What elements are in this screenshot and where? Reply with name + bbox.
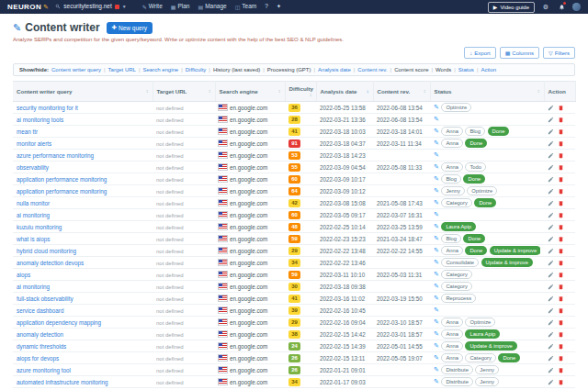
edit-pencil-icon[interactable] — [548, 176, 554, 183]
add-status-icon[interactable]: ✎ — [434, 211, 439, 218]
menu-item-manage[interactable]: ▤Manage — [198, 4, 226, 10]
project-search[interactable]: securitytesting.net ▼ — [55, 4, 126, 11]
edit-pencil-icon[interactable] — [548, 307, 554, 314]
edit-pencil-icon[interactable] — [548, 248, 554, 254]
query-link[interactable]: observability — [17, 164, 49, 171]
query-link[interactable]: monitor alerts — [17, 140, 51, 147]
delete-trash-icon[interactable] — [558, 248, 564, 254]
add-status-icon[interactable]: ✎ — [434, 199, 439, 206]
col-header-target-url[interactable]: Target URL↕ — [153, 82, 215, 102]
showhide-link-words[interactable]: Words — [435, 67, 451, 72]
add-status-icon[interactable]: ✎ — [434, 366, 439, 373]
showhide-link-difficulty[interactable]: Difficulty — [186, 67, 207, 72]
col-header-action[interactable]: Action — [544, 82, 575, 102]
query-link[interactable]: application dependency mapping — [17, 319, 101, 326]
notifications-bell-icon[interactable] — [557, 4, 566, 11]
edit-pencil-icon[interactable] — [548, 188, 554, 195]
add-status-icon[interactable]: ✎ — [434, 354, 439, 362]
add-status-icon[interactable]: ✎ — [434, 116, 439, 123]
settings-gear-icon[interactable]: ⚙ — [541, 4, 550, 10]
add-status-icon[interactable]: ✎ — [434, 378, 439, 385]
delete-trash-icon[interactable] — [558, 140, 564, 147]
add-status-icon[interactable]: ✎ — [434, 151, 439, 159]
delete-trash-icon[interactable] — [558, 295, 564, 302]
add-status-icon[interactable]: ✎ — [434, 271, 439, 278]
delete-trash-icon[interactable] — [558, 272, 564, 278]
add-status-icon[interactable]: ✎ — [434, 104, 439, 111]
edit-pencil-icon[interactable] — [548, 367, 554, 373]
add-status-icon[interactable]: ✎ — [434, 139, 439, 147]
showhide-link-status[interactable]: Status — [458, 67, 474, 72]
add-status-icon[interactable]: ✎ — [434, 247, 439, 254]
query-link[interactable]: application performance monitoring — [17, 176, 107, 183]
query-link[interactable]: anomaly detection devops — [17, 260, 84, 266]
query-link[interactable]: nulla monitor — [17, 200, 50, 206]
add-status-icon[interactable]: ✎ — [434, 306, 439, 314]
user-avatar[interactable] — [572, 3, 581, 11]
edit-pencil-icon[interactable] — [548, 140, 554, 147]
new-query-button[interactable]: ✚ New query — [107, 22, 153, 34]
showhide-link-content-score[interactable]: Content score — [394, 67, 428, 72]
video-guide-button[interactable]: ▶ Video guide — [488, 2, 535, 13]
query-link[interactable]: hybrid cloud monitoring — [17, 248, 76, 254]
showhide-link-target-url[interactable]: Target URL — [108, 67, 136, 72]
menu-item-plan[interactable]: ▦Plan — [171, 4, 190, 10]
query-link[interactable]: kuzulu monitoring — [17, 224, 62, 230]
query-link[interactable]: azure performance monitoring — [17, 152, 94, 159]
delete-trash-icon[interactable] — [558, 284, 564, 290]
query-link[interactable]: aiops — [17, 272, 30, 278]
edit-pencil-icon[interactable] — [548, 272, 554, 278]
delete-trash-icon[interactable] — [558, 152, 564, 159]
col-header-analysis-date[interactable]: Analysis date↓ — [316, 82, 373, 102]
export-button[interactable]: ↓ Export — [464, 47, 495, 59]
edit-pencil-icon[interactable] — [548, 260, 554, 266]
query-link[interactable]: mean ttr — [17, 128, 38, 135]
delete-trash-icon[interactable] — [558, 343, 564, 350]
edit-pencil-icon[interactable] — [548, 128, 554, 135]
query-link[interactable]: automated infrastructure monitoring — [17, 379, 107, 385]
columns-button[interactable]: ▦ Columns — [500, 47, 539, 59]
edit-pencil-icon[interactable] — [548, 379, 554, 385]
delete-trash-icon[interactable] — [558, 236, 564, 242]
query-link[interactable]: dynamic thresholds — [17, 343, 66, 350]
query-link[interactable]: security monitoring for it — [17, 105, 78, 111]
showhide-link-history-last-saved-[interactable]: History (last saved) — [213, 67, 260, 72]
query-link[interactable]: anomaly detection — [17, 331, 63, 338]
col-header-search-engine[interactable]: Search engine↕ — [215, 82, 285, 102]
filters-button[interactable]: ▽ Filters — [543, 47, 575, 59]
edit-pencil-icon[interactable] — [548, 224, 554, 230]
delete-trash-icon[interactable] — [558, 200, 564, 206]
showhide-link-search-engine[interactable]: Search engine — [143, 67, 179, 72]
delete-trash-icon[interactable] — [558, 367, 564, 373]
delete-trash-icon[interactable] — [558, 164, 564, 171]
edit-pencil-icon[interactable] — [548, 236, 554, 242]
add-status-icon[interactable]: ✎ — [434, 295, 439, 302]
showhide-link-action[interactable]: Action — [481, 67, 496, 72]
query-link[interactable]: azure monitoring tool — [17, 367, 71, 373]
edit-pencil-icon[interactable] — [548, 105, 554, 111]
delete-trash-icon[interactable] — [558, 176, 564, 183]
delete-trash-icon[interactable] — [558, 331, 564, 338]
edit-pencil-icon[interactable] — [548, 355, 554, 362]
delete-trash-icon[interactable] — [558, 379, 564, 385]
gift-icon[interactable]: ✦ — [277, 4, 281, 10]
query-link[interactable]: ai monitoring — [17, 212, 50, 218]
edit-pencil-icon[interactable] — [548, 152, 554, 159]
query-link[interactable]: aiops for devops — [17, 355, 59, 362]
menu-item-team[interactable]: ◫Team — [235, 4, 257, 10]
add-status-icon[interactable]: ✎ — [434, 187, 439, 195]
delete-trash-icon[interactable] — [558, 212, 564, 218]
add-status-icon[interactable]: ✎ — [434, 235, 439, 242]
edit-pencil-icon[interactable] — [548, 164, 554, 171]
menu-item-write[interactable]: ✎Write — [142, 4, 163, 10]
add-status-icon[interactable]: ✎ — [434, 175, 439, 183]
delete-trash-icon[interactable] — [558, 224, 564, 230]
delete-trash-icon[interactable] — [558, 128, 564, 135]
delete-trash-icon[interactable] — [558, 117, 564, 123]
col-header-content-rev-[interactable]: Content rev.↕ — [373, 82, 430, 102]
delete-trash-icon[interactable] — [558, 260, 564, 266]
showhide-link-content-rev-[interactable]: Content rev. — [357, 67, 387, 72]
edit-pencil-icon[interactable] — [548, 284, 554, 290]
add-status-icon[interactable]: ✎ — [434, 259, 439, 266]
question-icon[interactable]: ? — [265, 4, 268, 10]
